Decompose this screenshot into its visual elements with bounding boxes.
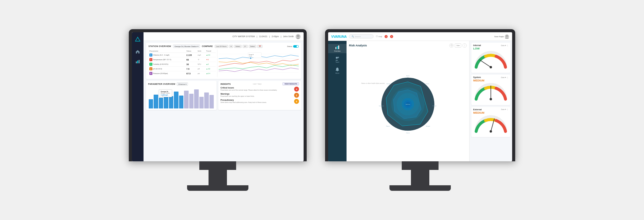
param-chevron-icon: ▾: [186, 83, 186, 85]
user-name: John Smith: [283, 35, 294, 37]
param-name-cell: T Turbidity (0-50 NTU): [148, 62, 186, 67]
left-monitor: CITY WATER SYSTEM | 11/24/21 | 2:43pm | …: [129, 29, 307, 191]
gauge-date-btn-internal[interactable]: Date ▾: [501, 45, 506, 46]
gauge-more-external[interactable]: ⋮: [507, 108, 508, 110]
svg-text:Process: Process: [426, 83, 429, 84]
sidebar-chart-icon[interactable]: [135, 59, 140, 64]
left-screen: CITY WATER SYSTEM | 11/24/21 | 2:43pm | …: [132, 32, 304, 161]
gauge-date-btn-external[interactable]: Date ▾: [501, 108, 506, 110]
param-dot: C: [149, 53, 152, 57]
view-insights-btn[interactable]: VIEW INSIGHTS: [282, 82, 299, 85]
status-toggle: Status: [287, 45, 299, 48]
param-overview-card: PARAMETER OVERVIEW Chlorine ▾ George St.…: [146, 81, 217, 110]
svg-rect-18: [338, 45, 339, 49]
system-name: CITY WATER SYSTEM: [232, 35, 255, 37]
sidebar-item-alerts[interactable]: Alerts: [328, 66, 347, 75]
info-icon[interactable]: ⓘ: [449, 43, 454, 48]
param-value-cell: 2.135: [186, 53, 197, 57]
param-table-wrap: Parameter Value Unit Trend: [148, 49, 216, 77]
bar-col[interactable]: [154, 95, 158, 108]
select-btn[interactable]: Select: [234, 45, 242, 48]
status-toggle-pill[interactable]: [293, 45, 299, 48]
gauge-more-internal[interactable]: ⋮: [507, 45, 508, 46]
bar-col[interactable]: [199, 97, 204, 108]
bar-col[interactable]: [184, 91, 188, 108]
svg-point-54: [490, 98, 492, 100]
help-btn[interactable]: ⓘ Help: [376, 35, 382, 38]
bar-col[interactable]: [189, 94, 194, 108]
bar-col[interactable]: [179, 96, 183, 108]
svg-text:George St: George St: [249, 54, 254, 55]
param-select[interactable]: Chlorine ▾: [177, 82, 188, 86]
gauge-date-btn-system[interactable]: Date ▾: [501, 77, 506, 78]
param-unit-cell: °F: [197, 57, 205, 62]
search-placeholder: Search: [355, 36, 361, 37]
top-bar: CITY WATER SYSTEM | 11/24/21 | 2:43pm | …: [144, 32, 304, 41]
bar: [149, 99, 153, 108]
people-icon: [335, 56, 339, 61]
separator1: |: [257, 35, 257, 37]
notification-badge-2[interactable]: 1: [390, 35, 393, 38]
svg-point-4: [296, 38, 301, 39]
bar-col[interactable]: [149, 99, 153, 108]
bar: [194, 89, 198, 108]
search-icon: 🔍: [352, 35, 354, 37]
svg-point-52: [490, 66, 492, 69]
bar-col[interactable]: [174, 92, 178, 108]
gauge-title-internal: Internal: [473, 44, 481, 46]
param-name-cell: p pH (6.5-8.5): [148, 67, 186, 71]
risk-panel: Risk Analysis ⓘ Date ⋮ News or other hea…: [347, 41, 469, 161]
svg-point-21: [338, 57, 339, 58]
bar-col[interactable]: [159, 98, 163, 108]
left-screen-wrapper: CITY WATER SYSTEM | 11/24/21 | 2:43pm | …: [129, 29, 307, 161]
bar-col[interactable]: [169, 96, 173, 108]
bar: [154, 95, 158, 108]
bar: [159, 98, 163, 108]
chevron-down-icon: ▾: [197, 45, 198, 47]
1y-btn[interactable]: 1Y: [243, 45, 248, 48]
insight-row: Precautionary Some items may need addres…: [220, 99, 299, 104]
insight-title: Precautionary: [220, 99, 293, 101]
gauge-title-external: External: [473, 108, 482, 111]
tooltip-value: 2.135mg/L: [161, 94, 170, 96]
sidebar-item-team[interactable]: Team: [328, 55, 347, 64]
gauge-more-system[interactable]: ⋮: [507, 77, 508, 78]
svg-rect-17: [337, 46, 338, 49]
date-btn[interactable]: Date: [455, 43, 461, 48]
search-box[interactable]: 🔍 Search: [349, 34, 374, 38]
right-stand-neck: [411, 170, 429, 185]
param-unit-cell: pH: [197, 67, 205, 71]
insight-title: Critical Issues: [220, 87, 293, 89]
sidebar-item-overview[interactable]: Overview: [328, 44, 347, 53]
left-stand-neck: [209, 170, 227, 185]
time-range-btn[interactable]: Last 24 Hours: [215, 45, 228, 48]
param-dot: P: [149, 72, 152, 75]
bar: [184, 91, 188, 108]
right-topbar: VVARUNA 🔍 Search ⓘ Help 1 1 Sean Nagle: [328, 32, 512, 41]
right-user-name: Sean Nagle: [494, 36, 504, 37]
bar: [169, 96, 173, 108]
compare-label: COMPARE: [202, 45, 213, 47]
table-chart-divider: [217, 49, 217, 77]
insight-desc: Parameters are reaching the upper or low…: [220, 95, 293, 97]
col-param: Parameter: [148, 49, 186, 53]
dropdown-btn[interactable]: ▾: [229, 45, 233, 48]
svg-point-15: [505, 38, 509, 39]
select-btn2[interactable]: Select: [249, 45, 256, 48]
bar: [189, 94, 194, 108]
bar-col[interactable]: [194, 89, 198, 108]
sidebar-home-icon[interactable]: [135, 49, 140, 54]
calendar-btn[interactable]: 📅: [257, 45, 263, 48]
svg-rect-2: [139, 60, 140, 63]
gauge-header-internal: Internal Date ▾ ⋮: [473, 44, 508, 46]
station-select[interactable]: George St | Booster Station ▾: [173, 45, 200, 48]
bar-col[interactable]: [204, 92, 209, 108]
bar-col[interactable]: [209, 95, 214, 108]
notification-badge-1[interactable]: 1: [385, 35, 388, 38]
station-overview-title: STATION OVERVIEW: [148, 45, 171, 47]
status-label: Status: [287, 45, 292, 47]
gauge-card-internal: Internal Date ▾ ⋮ LOW: [471, 43, 510, 73]
param-trend-cell: ▲.02: [205, 67, 216, 71]
more-options-icon[interactable]: ⋮: [462, 43, 467, 48]
insights-card: INSIGHTS Last 7 days VIEW INSIGHTS Criti…: [218, 81, 301, 110]
